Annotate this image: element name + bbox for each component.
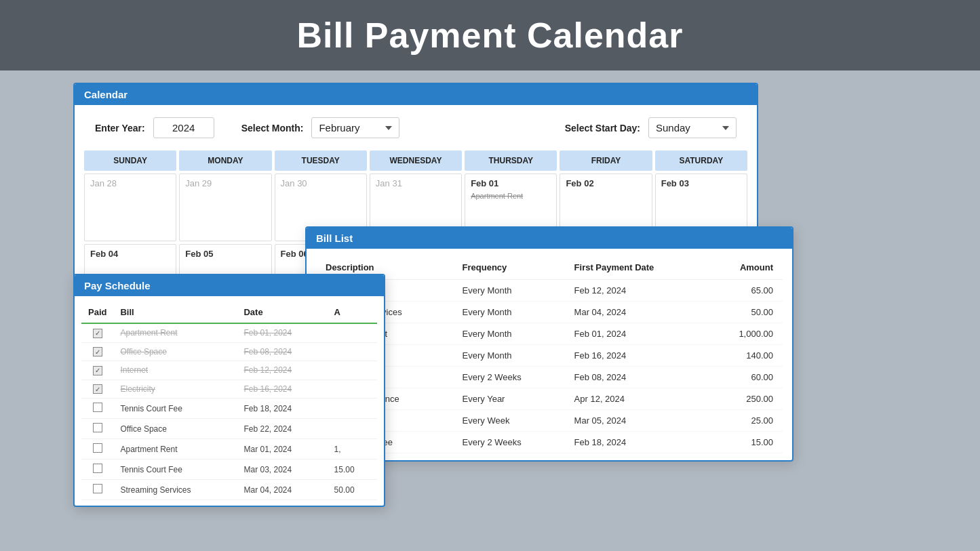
pay-checkbox[interactable]: [81, 399, 113, 419]
calendar-panel-header: Calendar: [75, 84, 757, 105]
bill-frequency: Every 2 Weeks: [453, 367, 565, 388]
bill-list-row: Apartment Rent Every Month Feb 01, 2024 …: [316, 323, 783, 345]
pay-schedule-panel-header: Pay Schedule: [75, 275, 384, 296]
bill-amount: 140.00: [706, 345, 783, 367]
pay-schedule-table-wrapper: Paid Bill Date A ✓ Apartment Rent Feb 01…: [75, 296, 384, 506]
pay-schedule-tbody: ✓ Apartment Rent Feb 01, 2024 ✓ Office S…: [81, 323, 377, 500]
col-header-date: Date: [237, 302, 327, 323]
col-header-amount: A: [328, 302, 377, 323]
main-area: Calendar Enter Year: Select Month: Febru…: [0, 70, 980, 545]
bill-first-payment: Feb 12, 2024: [565, 280, 707, 302]
cell-date: Jan 28: [90, 178, 170, 188]
pay-checkbox[interactable]: ✓: [81, 380, 113, 399]
day-header-thu: THURSDAY: [465, 150, 557, 171]
bill-frequency: Every Year: [453, 388, 565, 410]
cell-date: Jan 31: [376, 178, 456, 188]
bill-first-payment: Mar 05, 2024: [565, 410, 707, 432]
bill-first-payment: Feb 01, 2024: [565, 323, 707, 345]
bill-amount: 1,000.00: [706, 323, 783, 345]
pay-schedule-row: Streaming Services Mar 04, 2024 50.00: [81, 480, 377, 500]
pay-amount: [328, 419, 377, 439]
pay-schedule-row: Tennis Court Fee Feb 18, 2024: [81, 399, 377, 419]
pay-amount: [328, 399, 377, 419]
bill-list-row: Renter's Insurance Every Year Apr 12, 20…: [316, 388, 783, 410]
pay-amount: 15.00: [328, 460, 377, 480]
bill-label-apt-rent: Apartment Rent: [471, 192, 523, 200]
col-header-frequency: Frequency: [453, 256, 565, 280]
bill-frequency: Every Month: [453, 323, 565, 345]
pay-schedule-row: Apartment Rent Mar 01, 2024 1,: [81, 439, 377, 460]
pay-bill: Streaming Services: [113, 480, 237, 500]
pay-checkbox[interactable]: ✓: [81, 342, 113, 361]
pay-date: Feb 22, 2024: [237, 419, 327, 439]
pay-date: Feb 01, 2024: [237, 323, 327, 342]
month-label: Select Month:: [241, 123, 304, 134]
day-header-sat: SATURDAY: [655, 150, 747, 171]
year-label: Enter Year:: [95, 123, 145, 134]
pay-checkbox[interactable]: [81, 480, 113, 500]
pay-checkbox[interactable]: [81, 460, 113, 480]
pay-amount: 1,: [328, 439, 377, 460]
pay-bill: Tennis Court Fee: [113, 399, 237, 419]
page-title: Bill Payment Calendar: [0, 15, 980, 56]
pay-amount: [328, 342, 377, 361]
pay-bill: Electricity: [113, 380, 237, 399]
bill-list-row: Tennis Court Fee Every 2 Weeks Feb 18, 2…: [316, 432, 783, 453]
day-header-mon: MONDAY: [179, 150, 271, 171]
pay-schedule-row: ✓ Internet Feb 12, 2024: [81, 361, 377, 380]
pay-checkbox[interactable]: [81, 439, 113, 460]
pay-date: Mar 03, 2024: [237, 460, 327, 480]
pay-schedule-header-row: Paid Bill Date A: [81, 302, 377, 323]
day-header-sun: SUNDAY: [84, 150, 176, 171]
pay-bill: Internet: [113, 361, 237, 380]
start-day-select[interactable]: Sunday: [648, 117, 737, 138]
bill-list-thead: Description Frequency First Payment Date…: [316, 256, 783, 280]
pay-schedule-thead: Paid Bill Date A: [81, 302, 377, 323]
year-input[interactable]: [153, 117, 214, 138]
bill-list-tbody: Internet Every Month Feb 12, 2024 65.00 …: [316, 280, 783, 453]
cell-date: Feb 02: [566, 178, 646, 188]
pay-bill: Apartment Rent: [113, 323, 237, 342]
pay-date: Feb 12, 2024: [237, 361, 327, 380]
bill-frequency: Every Month: [453, 345, 565, 367]
month-control-group: Select Month: February: [241, 117, 400, 138]
bill-list-row: Streaming Services Every Month Mar 04, 2…: [316, 302, 783, 323]
cal-cell-jan28[interactable]: Jan 28: [84, 174, 176, 241]
bill-frequency: Every Month: [453, 302, 565, 323]
page-header: Bill Payment Calendar: [0, 0, 980, 70]
pay-checkbox[interactable]: ✓: [81, 323, 113, 342]
bill-frequency: Every 2 Weeks: [453, 432, 565, 453]
bill-first-payment: Feb 18, 2024: [565, 432, 707, 453]
pay-schedule-table: Paid Bill Date A ✓ Apartment Rent Feb 01…: [81, 302, 377, 500]
cell-date: Feb 04: [90, 249, 170, 259]
pay-schedule-row: ✓ Electricity Feb 16, 2024: [81, 380, 377, 399]
cell-date: Feb 05: [185, 249, 265, 259]
col-header-first-payment: First Payment Date: [565, 256, 707, 280]
pay-amount: [328, 380, 377, 399]
bill-frequency: Every Month: [453, 280, 565, 302]
day-header-fri: FRIDAY: [560, 150, 652, 171]
bill-list-row: Internet Every Month Feb 12, 2024 65.00: [316, 280, 783, 302]
pay-date: Mar 01, 2024: [237, 439, 327, 460]
pay-bill: Office Space: [113, 419, 237, 439]
pay-date: Feb 16, 2024: [237, 380, 327, 399]
cal-cell-jan29[interactable]: Jan 29: [179, 174, 271, 241]
pay-date: Feb 18, 2024: [237, 399, 327, 419]
day-header-tue: TUESDAY: [275, 150, 367, 171]
start-day-label: Select Start Day:: [565, 123, 640, 134]
bill-list-panel-header: Bill List: [307, 228, 792, 249]
cell-date: Jan 30: [281, 178, 361, 188]
day-headers: SUNDAY MONDAY TUESDAY WEDNESDAY THURSDAY…: [84, 150, 747, 171]
pay-schedule-row: Tennis Court Fee Mar 03, 2024 15.00: [81, 460, 377, 480]
cell-date: Feb 03: [661, 178, 741, 188]
bill-first-payment: Mar 04, 2024: [565, 302, 707, 323]
cell-date: Feb 01: [471, 178, 551, 188]
bill-amount: 25.00: [706, 410, 783, 432]
bill-list-table: Description Frequency First Payment Date…: [316, 256, 783, 453]
pay-checkbox[interactable]: ✓: [81, 361, 113, 380]
pay-checkbox[interactable]: [81, 419, 113, 439]
bill-first-payment: Feb 08, 2024: [565, 367, 707, 388]
month-select[interactable]: February: [311, 117, 399, 138]
bill-list-row: Office Space Every 2 Weeks Feb 08, 2024 …: [316, 367, 783, 388]
day-header-wed: WEDNESDAY: [370, 150, 462, 171]
